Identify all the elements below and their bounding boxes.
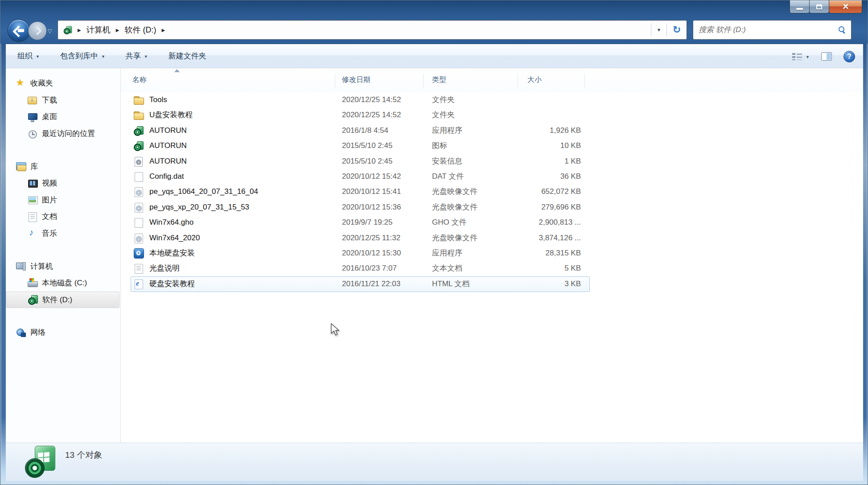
window-content: 组织▼ 包含到库中▼ 共享▼ 新建文件夹 ▼ ? 收藏夹 下载 桌面 最近访问的…: [6, 44, 863, 481]
breadcrumb-drive-d[interactable]: 软件 (D:): [123, 23, 157, 37]
file-name: AUTORUN: [149, 138, 187, 153]
maximize-button[interactable]: [809, 0, 829, 13]
search-icon[interactable]: [838, 25, 847, 34]
file-date: 2020/10/12 15:42: [342, 169, 401, 184]
file-row-autorun-ico[interactable]: AUTORUN2015/5/10 2:45图标10 KB: [121, 138, 863, 153]
search-input[interactable]: [698, 25, 838, 35]
sidebar-item-recent-places[interactable]: 最近访问的位置: [6, 125, 120, 142]
file-name: AUTORUN: [149, 123, 187, 138]
autorun-disc-icon: [133, 126, 144, 136]
sidebar-item-desktop[interactable]: 桌面: [6, 108, 120, 125]
file-row-tools[interactable]: Tools2020/12/25 14:52文件夹: [121, 92, 863, 107]
file-row-autorun-inf[interactable]: AUTORUN2015/5/10 2:45安装信息1 KB: [121, 154, 863, 169]
sidebar-item-drive-d[interactable]: 软件 (D:): [6, 292, 119, 308]
breadcrumb-arrow-icon: ▶: [75, 28, 84, 33]
file-name: 硬盘安装教程: [149, 276, 195, 292]
green-disc-drive-icon: [28, 295, 38, 304]
file-icon: [133, 218, 144, 227]
file-row-win7-2020[interactable]: Win7x64_20202020/12/25 11:32光盘映像文件3,874,…: [121, 230, 863, 246]
file-size: 10 KB: [513, 138, 581, 153]
text-doc-icon: [133, 263, 144, 273]
file-row-win7-gho[interactable]: Win7x64.gho2019/9/7 19:25GHO 文件2,900,813…: [121, 215, 863, 230]
sidebar-item-computer[interactable]: 计算机: [6, 258, 120, 275]
dropdown-arrow-icon: ▼: [36, 53, 40, 59]
file-row-usb-tutorial[interactable]: U盘安装教程2020/12/25 14:52文件夹: [121, 107, 863, 123]
network-section: 网络: [6, 324, 120, 341]
sidebar-item-network[interactable]: 网络: [6, 324, 120, 341]
breadcrumb-computer[interactable]: 计算机: [86, 23, 111, 37]
breadcrumb-arrow-icon: ▶: [113, 28, 122, 33]
change-view-button[interactable]: ▼: [792, 53, 810, 61]
column-header-date[interactable]: 修改日期: [342, 75, 370, 85]
desktop-icon: [27, 112, 38, 122]
drive-icon: [63, 26, 72, 34]
folder-icon: [133, 110, 144, 120]
favorites-star-icon: [16, 78, 26, 88]
file-row-local-install[interactable]: 本地硬盘安装2020/10/12 15:30应用程序28,315 KB: [121, 246, 863, 261]
file-name: pe_yqs_xp_20_07_31_15_53: [149, 200, 249, 215]
refresh-button[interactable]: ↻: [667, 21, 687, 39]
include-in-library-button[interactable]: 包含到库中▼: [56, 48, 110, 64]
file-row-config-dat[interactable]: Config.dat2020/10/12 15:42DAT 文件36 KB: [121, 169, 863, 184]
file-type: GHO 文件: [432, 215, 466, 230]
recent-places-icon: [27, 129, 38, 139]
organize-button[interactable]: 组织▼: [13, 48, 44, 64]
file-date: 2020/10/12 15:30: [342, 246, 401, 261]
sidebar-label: 文档: [42, 211, 57, 222]
cd-disc-icon: [25, 458, 45, 478]
file-type: 图标: [432, 138, 447, 153]
address-bar[interactable]: ▶ 计算机 ▶ 软件 (D:) ▶ ▼ ↻: [58, 20, 687, 40]
file-size: 36 KB: [513, 169, 581, 184]
help-button[interactable]: ?: [843, 51, 855, 62]
file-row-autorun-exe[interactable]: AUTORUN2016/1/8 4:54应用程序1,926 KB: [121, 123, 863, 138]
close-icon: [842, 3, 849, 10]
address-dropdown-button[interactable]: ▼: [651, 21, 666, 39]
file-date: 2015/5/10 2:45: [342, 154, 392, 169]
sidebar-item-downloads[interactable]: 下载: [6, 92, 120, 109]
sidebar-label: 网络: [30, 327, 45, 337]
column-header-size[interactable]: 大小: [527, 75, 542, 85]
file-date: 2016/10/23 7:07: [342, 261, 397, 276]
file-row-disc-readme[interactable]: 光盘说明2016/10/23 7:07文本文档5 KB: [121, 261, 863, 276]
close-button[interactable]: [829, 0, 862, 13]
new-folder-button[interactable]: 新建文件夹: [164, 48, 211, 64]
new-folder-label: 新建文件夹: [169, 51, 206, 61]
favorites-section: 收藏夹 下载 桌面 最近访问的位置: [6, 75, 120, 142]
forward-button[interactable]: [28, 21, 47, 40]
download-folder-icon: [27, 95, 38, 105]
file-row-pe-1064[interactable]: pe_yqs_1064_20_07_31_16_042020/10/12 15:…: [121, 184, 863, 199]
sidebar-item-videos[interactable]: 视频: [6, 175, 120, 192]
file-date: 2020/12/25 14:52: [342, 92, 401, 107]
breadcrumb-arrow-icon[interactable]: ▶: [159, 28, 168, 33]
preview-pane-button[interactable]: [821, 52, 832, 61]
sidebar-item-favorites[interactable]: 收藏夹: [6, 75, 120, 92]
history-chevron-icon[interactable]: ▽: [48, 28, 52, 34]
minimize-button[interactable]: [790, 0, 810, 13]
file-date: 2020/10/12 15:36: [342, 200, 401, 215]
sidebar-label: 桌面: [42, 111, 57, 122]
column-divider[interactable]: [584, 74, 585, 89]
dropdown-arrow-icon: ▼: [101, 53, 105, 59]
sidebar-item-pictures[interactable]: 图片: [6, 192, 120, 209]
column-divider[interactable]: [335, 74, 335, 89]
sidebar-item-local-disk-c[interactable]: 本地磁盘 (C:): [6, 275, 120, 292]
sidebar-label: 计算机: [30, 261, 53, 271]
column-divider[interactable]: [423, 74, 424, 89]
sidebar-item-libraries[interactable]: 库: [6, 158, 120, 175]
sidebar-item-music[interactable]: 音乐: [6, 225, 120, 242]
sort-ascending-icon: [174, 69, 180, 72]
file-name: Win7x64_2020: [149, 230, 200, 246]
sidebar-label: 图片: [42, 195, 57, 205]
file-name: 本地硬盘安装: [149, 246, 195, 261]
column-header-type[interactable]: 类型: [432, 75, 446, 85]
sidebar-item-documents[interactable]: 文档: [6, 208, 120, 225]
file-row-pe-xp[interactable]: pe_yqs_xp_20_07_31_15_532020/10/12 15:36…: [121, 200, 863, 215]
column-divider[interactable]: [518, 74, 518, 89]
status-bar: 13 个对象: [6, 443, 863, 481]
documents-icon: [27, 212, 38, 222]
back-button[interactable]: [8, 19, 30, 41]
column-header-name[interactable]: 名称: [132, 75, 147, 85]
share-button[interactable]: 共享▼: [121, 48, 152, 64]
file-date: 2020/12/25 11:32: [342, 230, 400, 246]
file-row-hdd-tutorial[interactable]: 硬盘安装教程2016/11/21 22:03HTML 文档3 KB: [121, 276, 863, 292]
